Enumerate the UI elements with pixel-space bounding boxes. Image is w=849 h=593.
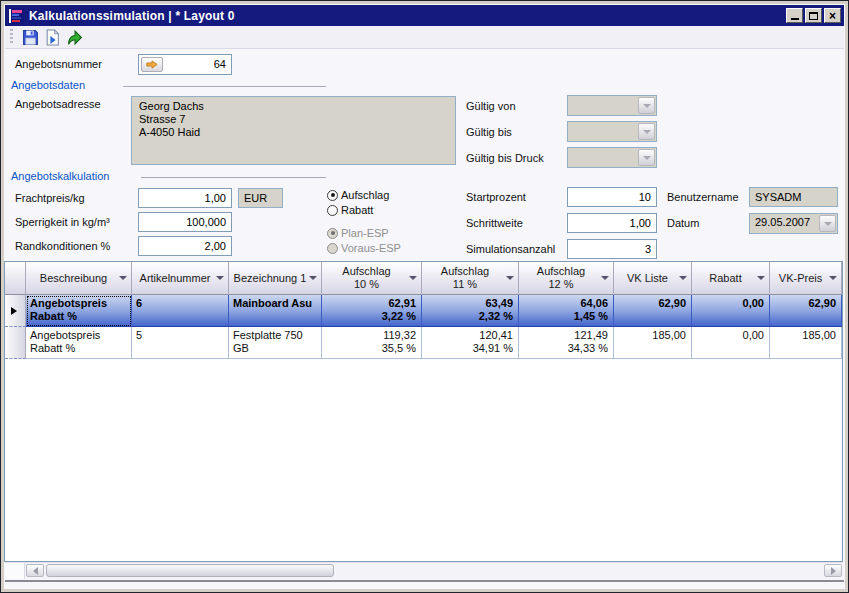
- row-indicator: [5, 327, 26, 359]
- maximize-button[interactable]: [805, 8, 822, 23]
- cell-rabatt[interactable]: 0,00: [692, 327, 770, 359]
- gueltig-von-field[interactable]: [567, 95, 657, 116]
- cell-vk-liste[interactable]: 185,00: [614, 327, 692, 359]
- goto-offer-button[interactable]: [141, 57, 163, 72]
- window-title: Kalkulationssimulation | * Layout 0: [29, 9, 784, 23]
- currency-field: EUR: [238, 188, 283, 208]
- radio-rabatt[interactable]: Rabatt: [327, 204, 373, 216]
- cell-beschreibung[interactable]: Angebotspreis Rabatt %: [26, 295, 132, 327]
- cell-bezeichnung1[interactable]: Festplatte 750 GB: [229, 327, 322, 359]
- cell-aufschlag11[interactable]: 63,49 2,32 %: [422, 295, 519, 327]
- gueltig-bis-druck-field[interactable]: [567, 147, 657, 168]
- section-angebotskalkulation: Angebotskalkulation: [11, 170, 109, 182]
- column-dropdown-icon[interactable]: [506, 276, 514, 280]
- radio-rabatt-label: Rabatt: [341, 204, 373, 216]
- startprozent-value: 10: [639, 191, 651, 203]
- scroll-right-button[interactable]: [824, 564, 842, 577]
- radio-plan-esp: Plan-ESP: [327, 227, 389, 239]
- cell-aufschlag11[interactable]: 120,41 34,91 %: [422, 327, 519, 359]
- cell-aufschlag12[interactable]: 121,49 34,33 %: [519, 327, 614, 359]
- current-row-arrow-icon: [11, 307, 17, 315]
- schrittweite-value: 1,00: [630, 217, 651, 229]
- cell-beschreibung[interactable]: Angebotspreis Rabatt %: [26, 327, 132, 359]
- radio-voraus-esp-label: Voraus-ESP: [341, 242, 401, 254]
- column-header-rabatt[interactable]: Rabatt: [692, 262, 770, 295]
- angebotsnummer-value: 64: [214, 58, 226, 70]
- run-green-arrow-icon: [66, 29, 83, 46]
- randkonditionen-field[interactable]: 2,00: [138, 236, 232, 256]
- gueltig-bis-label: Gültig bis: [466, 126, 512, 138]
- close-button[interactable]: ×: [824, 8, 841, 23]
- radio-voraus-esp: Voraus-ESP: [327, 242, 401, 254]
- run-button[interactable]: [63, 27, 85, 47]
- chevron-down-icon: [643, 104, 651, 108]
- column-header-aufschlag12[interactable]: Aufschlag 12 %: [519, 262, 614, 295]
- column-dropdown-icon[interactable]: [409, 276, 417, 280]
- cell-rabatt[interactable]: 0,00: [692, 295, 770, 327]
- angebotsadresse-field[interactable]: Georg Dachs Strasse 7 A-4050 Haid: [131, 96, 456, 165]
- frachtpreis-label: Frachtpreis/kg: [15, 192, 85, 204]
- column-header-aufschlag11[interactable]: Aufschlag 11 %: [422, 262, 519, 295]
- radio-button-icon: [327, 243, 338, 254]
- cell-vk-preis[interactable]: 62,90: [770, 295, 842, 327]
- cell-bezeichnung1[interactable]: Mainboard Asu: [229, 295, 322, 327]
- column-dropdown-icon[interactable]: [757, 276, 765, 280]
- cell-artikelnummer[interactable]: 6: [132, 295, 229, 327]
- gueltig-bis-druck-dropdown-button[interactable]: [638, 149, 655, 166]
- section-angebotsdaten: Angebotsdaten: [11, 79, 85, 91]
- sperrigkeit-field[interactable]: 100,000: [138, 212, 232, 232]
- angebotsnummer-field[interactable]: 64: [138, 54, 232, 75]
- schrittweite-field[interactable]: 1,00: [567, 213, 657, 233]
- save-button[interactable]: [19, 27, 41, 47]
- column-header-aufschlag10[interactable]: Aufschlag 10 %: [322, 262, 422, 295]
- cell-vk-liste[interactable]: 62,90: [614, 295, 692, 327]
- cell-aufschlag10[interactable]: 119,32 35,5 %: [322, 327, 422, 359]
- column-header-beschreibung[interactable]: Beschreibung: [26, 262, 132, 295]
- orange-forward-arrow-icon: [146, 60, 158, 69]
- scroll-left-button[interactable]: [26, 564, 44, 577]
- benutzername-field: SYSADM: [749, 187, 838, 207]
- cell-aufschlag12[interactable]: 64,06 1,45 %: [519, 295, 614, 327]
- column-dropdown-icon[interactable]: [309, 276, 317, 280]
- datum-field[interactable]: 29.05.2007: [749, 213, 838, 234]
- column-dropdown-icon[interactable]: [601, 276, 609, 280]
- column-header-bezeichnung1[interactable]: Bezeichnung 1: [229, 262, 322, 295]
- table-row[interactable]: Angebotspreis Rabatt % 6 Mainboard Asu 6…: [5, 295, 842, 327]
- arrow-right-icon: [831, 567, 836, 575]
- window-bottom-edge: [5, 580, 844, 582]
- gueltig-bis-dropdown-button[interactable]: [638, 123, 655, 140]
- toolbar: [5, 26, 844, 49]
- column-dropdown-icon[interactable]: [119, 276, 127, 280]
- datum-dropdown-button[interactable]: [819, 215, 836, 232]
- toolbar-grip[interactable]: [10, 29, 13, 45]
- radio-aufschlag[interactable]: Aufschlag: [327, 189, 389, 201]
- randkonditionen-label: Randkonditionen %: [15, 240, 110, 252]
- horizontal-scrollbar[interactable]: [5, 562, 843, 579]
- cell-aufschlag10[interactable]: 62,91 3,22 %: [322, 295, 422, 327]
- column-header-artikelnummer[interactable]: Artikelnummer: [132, 262, 229, 295]
- column-dropdown-icon[interactable]: [829, 276, 837, 280]
- row-indicator: [5, 295, 26, 327]
- angebotsnummer-label: Angebotsnummer: [15, 58, 102, 70]
- column-header-vk-preis[interactable]: VK-Preis: [770, 262, 842, 295]
- cell-artikelnummer[interactable]: 5: [132, 327, 229, 359]
- simulationsanzahl-field[interactable]: 3: [567, 239, 657, 259]
- startprozent-field[interactable]: 10: [567, 187, 657, 207]
- column-dropdown-icon[interactable]: [679, 276, 687, 280]
- datum-label: Datum: [667, 217, 699, 229]
- frachtpreis-field[interactable]: 1,00: [138, 188, 232, 208]
- benutzername-label: Benutzername: [667, 191, 739, 203]
- datum-value: 29.05.2007: [755, 216, 810, 228]
- cell-vk-preis[interactable]: 185,00: [770, 327, 842, 359]
- indicator-header: [5, 262, 26, 295]
- angebotsadresse-label: Angebotsadresse: [15, 98, 101, 110]
- column-header-vk-liste[interactable]: VK Liste: [614, 262, 692, 295]
- gueltig-bis-field[interactable]: [567, 121, 657, 142]
- preview-button[interactable]: [41, 27, 63, 47]
- simulationsanzahl-label: Simulationsanzahl: [466, 243, 555, 255]
- gueltig-von-dropdown-button[interactable]: [638, 97, 655, 114]
- column-dropdown-icon[interactable]: [216, 276, 224, 280]
- scrollbar-thumb[interactable]: [46, 564, 334, 577]
- minimize-button[interactable]: [786, 8, 803, 23]
- table-row[interactable]: Angebotspreis Rabatt % 5 Festplatte 750 …: [5, 327, 842, 359]
